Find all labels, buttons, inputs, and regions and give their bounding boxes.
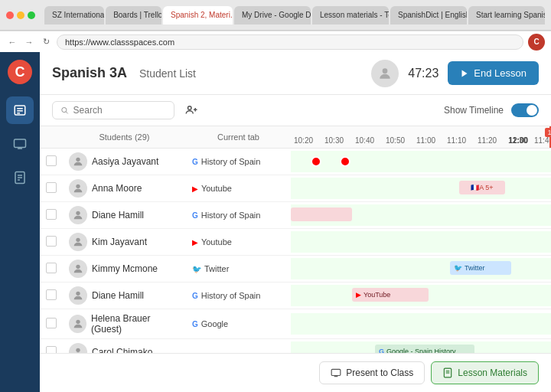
sidebar: C bbox=[0, 52, 40, 392]
timeline-cell bbox=[291, 231, 551, 253]
search-icon bbox=[60, 106, 69, 115]
google-icon: G bbox=[192, 292, 198, 300]
yt-marker bbox=[311, 156, 321, 167]
svg-point-24 bbox=[76, 320, 80, 324]
table-row: Kimmy Mcmone 🐦 Twitter bbox=[40, 256, 551, 283]
tab-cell: ▶ Youtube bbox=[192, 184, 285, 193]
table-row: Carol Chimako G Google - Spain History bbox=[40, 339, 551, 354]
lesson-materials-button[interactable]: Lesson Materials bbox=[431, 361, 539, 384]
timeline-toggle[interactable] bbox=[511, 103, 539, 117]
student-name: Diane Hamill bbox=[92, 210, 144, 220]
avatar bbox=[69, 179, 87, 198]
search-box[interactable] bbox=[52, 101, 174, 119]
show-timeline-label: Show Timeline bbox=[444, 105, 504, 116]
twitter-icon: 🐦 bbox=[192, 265, 201, 273]
student-cell: Kim Jayavant bbox=[69, 233, 180, 251]
end-lesson-button[interactable]: End Lesson bbox=[448, 61, 539, 85]
table-row: Kim Jayavant ▶ Youtube bbox=[40, 229, 551, 256]
row-checkbox[interactable] bbox=[46, 236, 57, 247]
col-timeline-header: 10:20 10:30 10:40 10:50 11:00 11:10 11:2… bbox=[291, 126, 551, 149]
google-icon: G bbox=[192, 320, 198, 328]
student-cell: Diane Hamill bbox=[69, 206, 180, 224]
avatar bbox=[69, 315, 86, 333]
toggle-knob bbox=[527, 105, 537, 116]
back-button[interactable]: ← bbox=[6, 36, 18, 48]
browser-tab-trello[interactable]: Boards | Trello bbox=[106, 6, 161, 24]
timeline-cell: 🐦 Twitter bbox=[291, 258, 551, 279]
row-checkbox[interactable] bbox=[46, 346, 57, 354]
page-header: Spanish 3A Student List 47:23 End Lesson bbox=[40, 52, 551, 95]
student-cell: Diane Hamill bbox=[69, 286, 180, 305]
close-dot[interactable] bbox=[6, 11, 14, 19]
svg-point-25 bbox=[76, 348, 80, 352]
student-cell: Helena Brauer (Guest) bbox=[69, 313, 180, 335]
footer: Present to Class Lesson Materials bbox=[40, 353, 551, 392]
page-subtitle: Student List bbox=[139, 67, 196, 80]
table-row: Aasiya Jayavant G History of Spain bbox=[40, 149, 551, 175]
svg-point-23 bbox=[76, 292, 80, 296]
sidebar-item-roster[interactable] bbox=[6, 96, 34, 124]
refresh-button[interactable]: ↻ bbox=[40, 36, 52, 48]
lesson-timer: 47:23 bbox=[408, 67, 439, 80]
minimize-dot[interactable] bbox=[17, 11, 24, 19]
student-table: Students (29) Current tab 10:20 10:30 10… bbox=[40, 126, 551, 353]
student-table-container: Students (29) Current tab 10:20 10:30 10… bbox=[40, 126, 551, 353]
student-cell: Anna Moore bbox=[69, 179, 180, 198]
current-tab-label: Youtube bbox=[201, 237, 232, 247]
row-checkbox[interactable] bbox=[46, 155, 57, 166]
row-checkbox[interactable] bbox=[46, 289, 57, 300]
student-name: Diane Hamill bbox=[92, 290, 144, 301]
col-tab-header: Current tab bbox=[186, 126, 291, 149]
tab-cell: ▶ Youtube bbox=[192, 237, 285, 247]
browser-tab-spanishdict[interactable]: SpanishDict | English t... bbox=[390, 6, 467, 24]
table-row: Diane Hamill G History of Spain bbox=[40, 283, 551, 309]
materials-icon bbox=[442, 368, 453, 378]
timeline-bar: 🇫🇷A 5+ bbox=[459, 181, 505, 194]
url-bar[interactable]: https://www.classspaces.com bbox=[57, 34, 523, 50]
forward-button[interactable]: → bbox=[23, 36, 35, 48]
page-title: Spanish 3A bbox=[52, 65, 127, 81]
youtube-icon: ▶ bbox=[192, 238, 198, 247]
tab-cell: G History of Spain bbox=[192, 157, 285, 166]
app-container: C Spanish 3A Student List 47:23 bbox=[0, 52, 551, 392]
window-controls bbox=[6, 11, 35, 19]
sidebar-item-materials[interactable] bbox=[6, 164, 34, 191]
browser-tab-drive[interactable]: My Drive - Google Dri... bbox=[234, 6, 311, 24]
tab-cell: G History of Spain bbox=[192, 291, 285, 300]
col-check bbox=[40, 126, 63, 149]
svg-rect-4 bbox=[15, 139, 26, 148]
row-checkbox[interactable] bbox=[46, 182, 57, 193]
svg-point-18 bbox=[76, 158, 80, 162]
current-tab-label: Youtube bbox=[201, 184, 232, 193]
row-checkbox[interactable] bbox=[46, 318, 57, 328]
row-checkbox[interactable] bbox=[46, 209, 57, 220]
browser-tab-sz[interactable]: SZ International bbox=[44, 6, 104, 24]
svg-point-19 bbox=[76, 185, 80, 188]
timeline-cell bbox=[291, 204, 551, 226]
present-to-class-button[interactable]: Present to Class bbox=[319, 361, 425, 384]
browser-tab-learn[interactable]: Start learning Spanish... bbox=[468, 6, 545, 24]
student-name: Kim Jayavant bbox=[92, 237, 147, 247]
search-input[interactable] bbox=[73, 105, 166, 116]
row-checkbox[interactable] bbox=[46, 263, 57, 273]
sidebar-item-screen[interactable] bbox=[6, 130, 34, 158]
timeline-cell: ▶ YouTube bbox=[291, 285, 551, 306]
timeline-bar: ▶ YouTube bbox=[352, 288, 429, 302]
tab-cell: G History of Spain bbox=[192, 211, 285, 220]
student-cell: Carol Chimako bbox=[69, 343, 180, 353]
table-row: Diane Hamill G History of Spain bbox=[40, 202, 551, 229]
browser-chrome: SZ International Boards | Trello Spanish… bbox=[0, 0, 551, 31]
add-student-button[interactable] bbox=[182, 101, 201, 119]
timeline-bar bbox=[291, 207, 352, 221]
browser-tab-spanish[interactable]: Spanish 2, Materi... bbox=[163, 6, 233, 24]
google-icon: G bbox=[192, 211, 198, 220]
current-tab-label: History of Spain bbox=[201, 157, 261, 166]
browser-tab-lesson[interactable]: Lesson materials - Te... bbox=[312, 6, 389, 24]
avatar bbox=[69, 152, 87, 171]
svg-point-13 bbox=[62, 107, 67, 112]
timeline-cell: 🇫🇷A 5+ bbox=[291, 178, 551, 199]
maximize-dot[interactable] bbox=[28, 11, 35, 19]
current-tab-label: Google bbox=[201, 319, 228, 328]
youtube-icon: ▶ bbox=[192, 185, 198, 193]
student-name: Anna Moore bbox=[92, 183, 142, 194]
